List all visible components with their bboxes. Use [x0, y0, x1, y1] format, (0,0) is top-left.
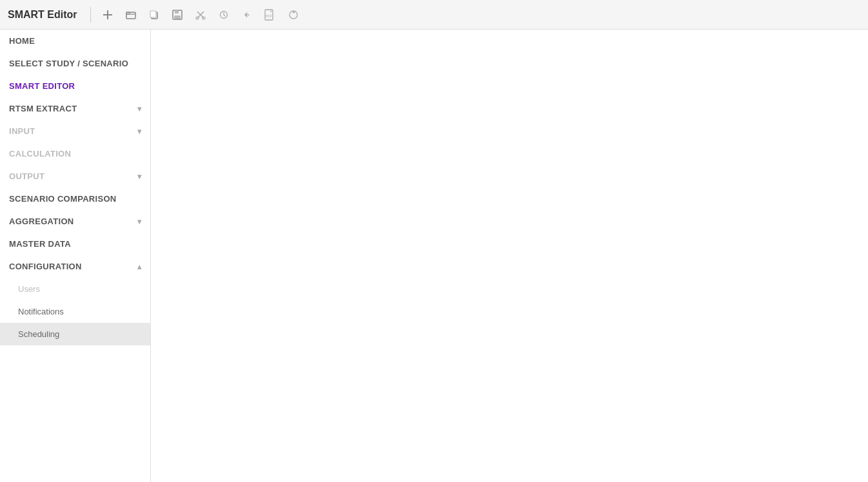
sidebar: ◀ HOME SELECT STUDY / SCENARIO SMART EDI…	[0, 30, 151, 482]
svg-rect-8	[174, 15, 181, 19]
sidebar-item-notifications[interactable]: Notifications	[0, 300, 150, 323]
back-button[interactable]	[238, 6, 256, 24]
sidebar-item-scenario-comparison-label: SCENARIO COMPARISON	[9, 194, 117, 204]
save-button[interactable]	[168, 6, 186, 24]
sidebar-item-output-label: OUTPUT	[9, 171, 44, 181]
sidebar-item-master-data[interactable]: MASTER DATA	[0, 233, 150, 255]
input-chevron: ▾	[137, 127, 141, 136]
configuration-chevron: ▴	[137, 262, 141, 271]
sidebar-item-master-data-label: MASTER DATA	[9, 239, 71, 249]
rtsm-extract-chevron: ▾	[137, 104, 141, 113]
sidebar-item-output: OUTPUT ▾	[0, 165, 150, 188]
wrench-button[interactable]	[215, 6, 233, 24]
sidebar-item-smart-editor-label: SMART EDITOR	[9, 81, 75, 91]
sidebar-item-configuration-label: CONFIGURATION	[9, 262, 82, 271]
svg-rect-5	[150, 11, 156, 17]
pdf-button[interactable]: PDF	[261, 6, 279, 24]
sidebar-item-home-label: HOME	[9, 36, 35, 46]
svg-rect-2	[126, 12, 135, 19]
sidebar-item-calculation-label: CALCULATION	[9, 149, 71, 159]
app-title: SMART Editor	[8, 9, 77, 21]
sidebar-item-scheduling[interactable]: Scheduling	[0, 323, 150, 345]
sidebar-item-scenario-comparison[interactable]: SCENARIO COMPARISON	[0, 188, 150, 210]
sidebar-item-rtsm-extract-label: RTSM EXTRACT	[9, 104, 77, 113]
toolbar: SMART Editor PDF	[0, 0, 868, 30]
sidebar-item-users: Users	[0, 278, 150, 300]
sidebar-collapse-button[interactable]: ◀	[150, 247, 151, 265]
sidebar-item-notifications-label: Notifications	[18, 307, 64, 316]
sidebar-item-select-study[interactable]: SELECT STUDY / SCENARIO	[0, 52, 150, 75]
cut-button[interactable]	[192, 6, 210, 24]
refresh-button[interactable]	[284, 6, 302, 24]
sidebar-item-smart-editor[interactable]: SMART EDITOR	[0, 75, 150, 97]
sidebar-item-users-label: Users	[18, 284, 40, 294]
svg-text:PDF: PDF	[266, 14, 272, 18]
sidebar-item-aggregation[interactable]: AGGREGATION ▾	[0, 210, 150, 233]
aggregation-chevron: ▾	[137, 217, 141, 226]
open-file-button[interactable]	[122, 6, 140, 24]
content-area	[151, 30, 868, 482]
sidebar-item-select-study-label: SELECT STUDY / SCENARIO	[9, 59, 128, 68]
sidebar-item-calculation: CALCULATION	[0, 142, 150, 165]
sidebar-item-aggregation-label: AGGREGATION	[9, 217, 74, 226]
sidebar-item-input-label: INPUT	[9, 126, 35, 136]
toolbar-divider	[90, 7, 91, 23]
new-file-button[interactable]	[99, 6, 117, 24]
svg-rect-7	[175, 10, 179, 14]
copy-button[interactable]	[145, 6, 163, 24]
sidebar-item-configuration[interactable]: CONFIGURATION ▴	[0, 255, 150, 278]
main-layout: ◀ HOME SELECT STUDY / SCENARIO SMART EDI…	[0, 30, 868, 482]
sidebar-item-home[interactable]: HOME	[0, 30, 150, 52]
sidebar-item-rtsm-extract[interactable]: RTSM EXTRACT ▾	[0, 97, 150, 120]
svg-rect-1	[103, 14, 112, 15]
sidebar-item-scheduling-label: Scheduling	[18, 329, 59, 339]
output-chevron: ▾	[137, 172, 141, 181]
sidebar-item-input: INPUT ▾	[0, 120, 150, 142]
